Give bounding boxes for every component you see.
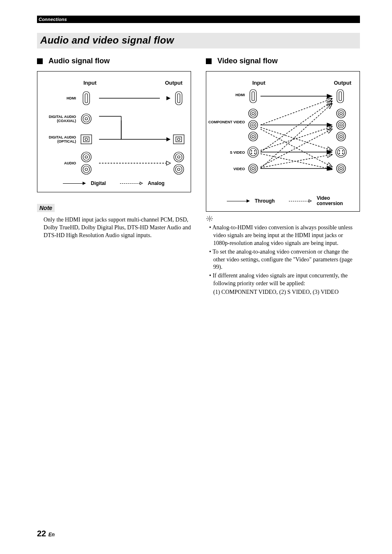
svg-point-61: [251, 153, 252, 154]
svg-point-64: [337, 148, 345, 156]
svg-line-80: [261, 101, 332, 152]
svg-point-20: [178, 138, 180, 141]
svg-line-81: [261, 104, 332, 169]
svg-point-88: [209, 218, 210, 219]
hint-3-sub: (1) COMPONENT VIDEO, (2) S VIDEO, (3) VI…: [208, 289, 360, 296]
hdmi-port-icon: [79, 91, 93, 105]
audio-heading: Audio signal flow: [48, 57, 110, 65]
hint-2: To set the analog-to-analog video conver…: [208, 248, 360, 272]
legend-digital: Digital: [91, 180, 106, 186]
legend-through: Through: [255, 198, 275, 204]
dashed-arrow-icon: [120, 181, 143, 186]
svg-point-74: [340, 167, 342, 170]
row-label-coax: DIGITAL AUDIO (COAXIAL): [42, 115, 76, 123]
svg-point-59: [251, 150, 252, 152]
hint-1: Analog-to-HDMI video conversion is alway…: [208, 224, 360, 247]
optical-port-out-icon: [172, 134, 186, 144]
page-number: 22 En: [37, 529, 55, 538]
square-bullet-icon: [37, 58, 43, 64]
hdmi-port-out-icon: [172, 91, 186, 105]
svg-point-31: [178, 156, 180, 158]
svg-marker-28: [166, 161, 171, 165]
hint-icon: [206, 216, 360, 222]
section-header: Connections: [37, 16, 360, 23]
svg-point-44: [252, 124, 254, 126]
section-title: Audio and video signal flow: [40, 35, 357, 46]
video-heading-row: Video signal flow: [206, 57, 360, 65]
input-label: Input: [83, 80, 97, 86]
audio-diagram: Input Output HDMI: [37, 71, 191, 192]
svg-point-71: [252, 167, 254, 170]
legend-analog: Analog: [148, 180, 165, 186]
svg-point-26: [85, 168, 88, 171]
hints-list: Analog-to-HDMI video conversion is alway…: [206, 224, 360, 296]
hint-3: If different analog video signals are in…: [208, 272, 360, 288]
row-label-svideo: S VIDEO: [206, 150, 245, 155]
dashed-arrow-icon: [289, 199, 312, 203]
svg-rect-38: [339, 92, 341, 101]
svg-point-65: [339, 150, 340, 152]
audio-legend: Digital Analog: [42, 180, 186, 186]
svg-rect-36: [252, 92, 254, 101]
row-label-optical: DIGITAL AUDIO (OPTICAL): [42, 135, 76, 144]
page-suffix: En: [48, 532, 55, 538]
legend-conversion: Video conversion: [317, 196, 350, 206]
svg-point-47: [252, 135, 254, 138]
svg-point-68: [342, 153, 344, 154]
svg-point-50: [340, 112, 342, 115]
svg-rect-1: [85, 94, 88, 103]
svg-point-23: [85, 156, 88, 158]
audio-heading-row: Audio signal flow: [37, 57, 191, 65]
note-body: Only the HDMI input jacks support multi-…: [37, 216, 191, 240]
svg-line-96: [207, 220, 208, 221]
row-label-hdmi: HDMI: [206, 93, 245, 97]
svg-marker-3: [166, 96, 171, 100]
svg-point-8: [85, 118, 88, 120]
video-legend: Through Video conversion: [206, 196, 360, 206]
svg-point-58: [249, 148, 257, 156]
svg-point-67: [339, 153, 340, 154]
svg-rect-5: [178, 94, 180, 103]
svg-line-94: [211, 220, 212, 221]
svg-line-82: [261, 127, 332, 150]
row-label-video: VIDEO: [206, 167, 245, 171]
video-diagram: Input Output: [206, 71, 360, 212]
section-label: Connections: [39, 17, 67, 22]
note-label: Note: [37, 204, 55, 212]
svg-line-79: [261, 99, 332, 125]
square-bullet-icon: [206, 58, 212, 64]
svg-point-56: [340, 135, 342, 138]
svg-line-93: [207, 217, 208, 217]
rca-pair-icon: [79, 152, 93, 175]
svg-point-13: [85, 138, 88, 141]
row-label-audio: AUDIO: [42, 161, 76, 165]
svg-point-53: [340, 124, 342, 126]
svg-marker-17: [166, 137, 171, 141]
row-label-component: COMPONENT VIDEO: [206, 120, 245, 124]
svg-point-62: [254, 153, 256, 154]
optical-port-icon: [79, 134, 93, 144]
svg-point-34: [178, 168, 180, 171]
svg-point-41: [252, 112, 254, 115]
svg-line-95: [211, 217, 212, 217]
solid-arrow-icon: [227, 199, 250, 203]
svg-point-60: [254, 150, 256, 152]
svg-line-85: [261, 154, 332, 169]
output-label: Output: [165, 80, 182, 86]
coax-port-icon: [79, 113, 93, 124]
video-heading: Video signal flow: [217, 57, 278, 65]
svg-point-66: [342, 150, 344, 152]
solid-arrow-icon: [63, 181, 86, 186]
title-bar: Audio and video signal flow: [37, 33, 360, 48]
page-number-value: 22: [37, 529, 46, 538]
row-label-hdmi: HDMI: [42, 96, 76, 100]
rca-pair-out-icon: [172, 152, 186, 175]
